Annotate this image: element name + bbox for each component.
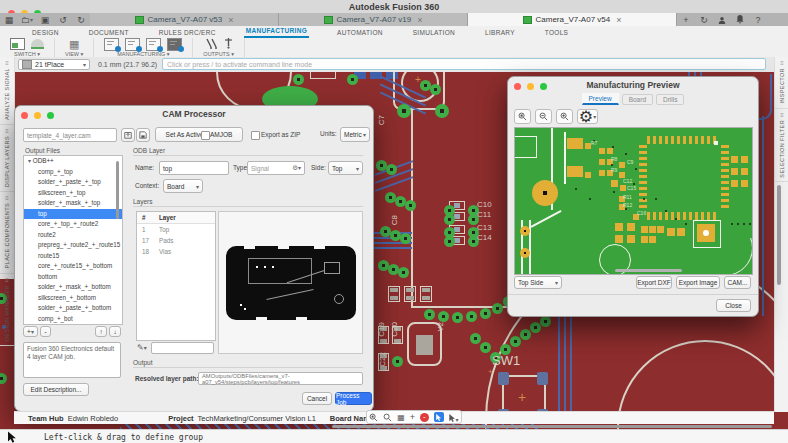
ribbon-menu-tools[interactable]: TOOLS bbox=[543, 27, 570, 38]
help-icon[interactable]: ? bbox=[749, 13, 767, 26]
tree-item[interactable]: route2 bbox=[24, 230, 122, 241]
edit-description-button[interactable]: Edit Description... bbox=[23, 383, 89, 396]
preview-settings-gear-icon[interactable]: ⚙▾ bbox=[577, 109, 598, 124]
close-tab-icon[interactable]: × bbox=[228, 15, 233, 25]
add-output-button[interactable]: +▾ bbox=[23, 326, 38, 337]
right-panel-tab-selection-filter[interactable]: ≡SELECTION FILTER bbox=[775, 109, 788, 183]
resolved-path-input[interactable]: AMOutputs/ODBFiles/camera_v7-a07_v54/ste… bbox=[198, 372, 363, 385]
layer-selector[interactable]: 21 tPlace ▾ bbox=[18, 59, 90, 70]
select-tool-icon[interactable] bbox=[434, 412, 444, 422]
zoom-in-tool-icon[interactable] bbox=[556, 109, 573, 124]
ribbon-menu-simulation[interactable]: SIMULATION bbox=[411, 27, 457, 38]
layers-table[interactable]: #Layer1Top17Pads18Vias bbox=[136, 211, 216, 341]
close-button[interactable]: Close bbox=[716, 299, 751, 312]
tree-item[interactable]: comp_+_bot bbox=[24, 314, 122, 325]
grid-view-icon[interactable]: ▦ bbox=[69, 39, 79, 50]
canvas-horizontal-scrollbar[interactable] bbox=[332, 425, 772, 428]
notifications-bell-icon[interactable] bbox=[731, 13, 749, 26]
ribbon-menu-document[interactable]: DOCUMENT bbox=[87, 27, 131, 38]
tree-item[interactable]: prepreg_+_route2_+_route15 bbox=[24, 240, 122, 251]
zoom-out-tool-icon[interactable] bbox=[535, 109, 552, 124]
tree-root-item[interactable]: ▾ ODB++ bbox=[24, 156, 122, 167]
ribbon-menu-manufacturing[interactable]: MANUFACTURING bbox=[244, 25, 309, 38]
tree-item[interactable]: route15 bbox=[24, 251, 122, 262]
left-panel-tab-place-components[interactable]: ≡PLACE COMPONENTS bbox=[0, 192, 14, 273]
name-input[interactable]: top bbox=[159, 161, 229, 175]
zoom-fit-icon[interactable] bbox=[369, 408, 378, 426]
zoom-window-tool-icon[interactable] bbox=[514, 109, 531, 124]
preview-tab-board[interactable]: Board bbox=[622, 94, 653, 105]
tree-item[interactable]: solder_+_paste_+_top bbox=[24, 177, 122, 188]
switch-board-icon[interactable] bbox=[10, 38, 25, 50]
move-down-button[interactable]: ↓ bbox=[109, 326, 121, 337]
save-camjob-icon[interactable] bbox=[136, 128, 150, 142]
side-select[interactable]: Top▾ bbox=[328, 161, 363, 175]
save-icon[interactable]: ▣ bbox=[36, 13, 54, 26]
ribbon-menu-library[interactable]: LIBRARY bbox=[483, 27, 517, 38]
tree-item[interactable]: core_+_top_+_route2 bbox=[24, 219, 122, 230]
grid-settings-icon[interactable]: ▦ bbox=[397, 413, 405, 422]
remove-output-button[interactable]: - bbox=[40, 326, 51, 337]
left-panel-tab-display-layers[interactable]: ≡DISPLAY LAYERS bbox=[0, 125, 14, 192]
export-image-button[interactable]: Export Image bbox=[676, 276, 720, 289]
move-up-button[interactable]: ↑ bbox=[95, 326, 107, 337]
type-input[interactable]: Signal⚙▾ bbox=[247, 161, 305, 175]
layer-filter-input[interactable] bbox=[151, 342, 214, 354]
context-select[interactable]: Board▾ bbox=[163, 179, 203, 193]
tree-item[interactable]: bottom bbox=[24, 272, 122, 283]
document-tab[interactable]: Camera_V7-A07 v54× bbox=[468, 13, 677, 26]
table-row[interactable]: 18Vias bbox=[137, 246, 215, 257]
ribbon-menu-automation[interactable]: AUTOMATION bbox=[335, 27, 385, 38]
zoom-select-icon[interactable] bbox=[383, 408, 392, 426]
manufacturing-tool-icon[interactable] bbox=[146, 38, 161, 51]
left-panel-tab-analyze-signal[interactable]: ≡ANALYZE SIGNAL bbox=[0, 57, 14, 125]
process-job-button[interactable]: Process Job bbox=[335, 392, 372, 405]
preview-horizontal-scrollbar[interactable] bbox=[615, 269, 682, 272]
close-tab-icon[interactable]: × bbox=[616, 15, 621, 25]
new-tab-icon[interactable]: + bbox=[677, 13, 695, 26]
tree-item[interactable]: silkscreen_+_bottom bbox=[24, 293, 122, 304]
units-select[interactable]: Metric▾ bbox=[340, 127, 370, 142]
right-panel-tab-inspector[interactable]: ≡INSPECTOR bbox=[775, 57, 788, 109]
tree-item[interactable]: top bbox=[24, 209, 122, 220]
type-settings-gear-icon[interactable]: ⚙▾ bbox=[292, 164, 301, 172]
set-active-camjob-button[interactable]: Set As Active CAMJOB bbox=[155, 127, 243, 142]
zoom-plus-icon[interactable]: + bbox=[410, 412, 415, 422]
export-zip-checkbox2[interactable] bbox=[201, 131, 210, 140]
app-grid-icon[interactable]: ▦ bbox=[0, 13, 18, 26]
close-tab-icon[interactable]: × bbox=[417, 15, 422, 25]
preview-tab-preview[interactable]: Preview bbox=[582, 93, 619, 105]
tree-item[interactable]: silkscreen_+_top bbox=[24, 188, 122, 199]
canvas-vertical-scrollbar[interactable] bbox=[777, 185, 781, 285]
table-row[interactable]: 1Top bbox=[137, 224, 215, 235]
preview-tab-drills[interactable]: Drills bbox=[656, 94, 684, 105]
cancel-button[interactable]: Cancel bbox=[302, 392, 332, 405]
ribbon-menu-design[interactable]: DESIGN bbox=[30, 27, 61, 38]
load-camjob-icon[interactable] bbox=[121, 128, 135, 142]
tree-item[interactable]: core_+_route15_+_bottom bbox=[24, 261, 122, 272]
tree-item[interactable]: solder_+_paste_+_bottom bbox=[24, 303, 122, 314]
tree-item[interactable]: solder_+_mask_+_top bbox=[24, 198, 122, 209]
command-line-input[interactable]: Click or press / to activate command lin… bbox=[162, 58, 766, 70]
manufacturing-tool-icon[interactable] bbox=[104, 38, 119, 51]
tree-scrollbar[interactable] bbox=[116, 161, 119, 219]
pointer-mode-icon[interactable]: ▾ bbox=[449, 408, 459, 426]
tree-item[interactable]: comp_+_top bbox=[24, 167, 122, 178]
export-dxf-button[interactable]: Export DXF bbox=[636, 276, 672, 289]
sync-icon[interactable]: ↻ bbox=[695, 13, 713, 26]
stop-command-icon[interactable]: - bbox=[420, 413, 429, 422]
undo-icon[interactable]: ↺ bbox=[54, 13, 72, 26]
left-panel-tab-design-manager[interactable]: ≡DESIGN MANAGER bbox=[0, 274, 14, 346]
camjob-filename-input[interactable]: template_4_layer.cam bbox=[23, 128, 117, 142]
export-zip-checkbox[interactable] bbox=[251, 131, 260, 140]
edit-layer-pencil-icon[interactable]: ✎▾ bbox=[137, 343, 147, 352]
board-render-preview[interactable]: R7R8R9C9C12C15R11R12C16 bbox=[514, 127, 753, 275]
switch-3d-icon[interactable] bbox=[31, 39, 44, 49]
file-menu-icon[interactable]: 🗀▾ bbox=[18, 13, 36, 26]
manufacturing-tool-icon[interactable] bbox=[167, 38, 182, 51]
cam-button[interactable]: CAM... bbox=[724, 276, 751, 289]
tree-item[interactable]: solder_+_mask_+_bottom bbox=[24, 282, 122, 293]
account-icon[interactable] bbox=[713, 13, 731, 26]
output-files-tree[interactable]: ▾ ODB++comp_+_topsolder_+_paste_+_topsil… bbox=[23, 155, 123, 325]
redo-icon[interactable]: ↻ bbox=[72, 13, 90, 26]
